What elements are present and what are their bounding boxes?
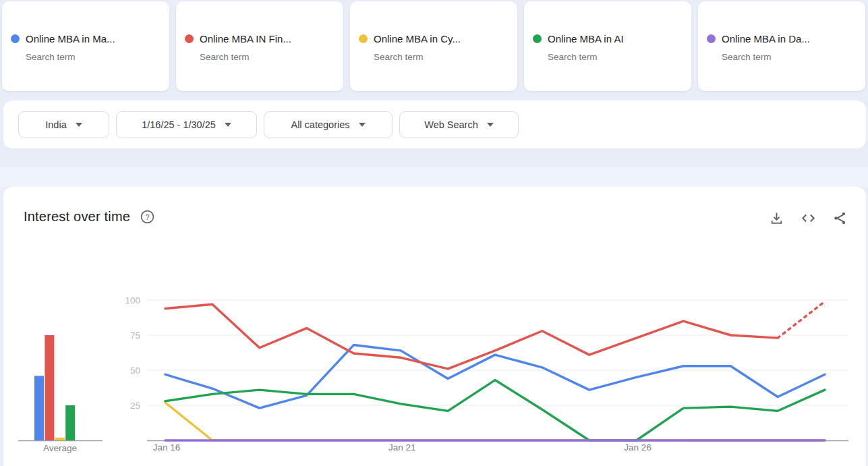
trend-line-partial-data bbox=[778, 301, 825, 338]
chevron-down-icon bbox=[359, 123, 366, 127]
x-tick-label: Jan 26 bbox=[624, 442, 652, 453]
average-bar bbox=[65, 405, 75, 440]
comparison-card[interactable]: Online MBA in Da... Search term bbox=[698, 1, 865, 91]
x-tick-label: Jan 16 bbox=[153, 442, 181, 453]
chevron-down-icon bbox=[487, 123, 494, 127]
time-range-filter-label: 1/16/25 - 1/30/25 bbox=[142, 119, 216, 130]
average-bar bbox=[45, 335, 54, 440]
average-bar bbox=[55, 438, 65, 440]
y-tick-label: 75 bbox=[130, 330, 140, 341]
trend-line bbox=[165, 304, 778, 369]
card-subtitle: Search term bbox=[200, 52, 250, 62]
card-title: Online MBA in Cy... bbox=[374, 33, 461, 45]
filter-bar: India 1/16/25 - 1/30/25 All categories W… bbox=[3, 100, 866, 148]
trend-line bbox=[165, 403, 825, 440]
card-title: Online MBA in AI bbox=[548, 33, 624, 45]
share-icon[interactable] bbox=[833, 211, 847, 225]
section-divider-band bbox=[0, 167, 868, 187]
comparison-card[interactable]: Online MBA in Cy... Search term bbox=[350, 1, 517, 91]
chevron-down-icon bbox=[76, 123, 82, 127]
card-subtitle: Search term bbox=[722, 52, 772, 62]
time-range-filter[interactable]: 1/16/25 - 1/30/25 bbox=[116, 111, 257, 138]
card-subtitle: Search term bbox=[548, 52, 598, 62]
interest-over-time-chart[interactable]: 255075100Jan 16Jan 21Jan 26Average bbox=[0, 283, 868, 466]
series-color-dot bbox=[359, 34, 368, 43]
average-label: Average bbox=[43, 443, 77, 453]
comparison-card[interactable]: Online MBA in AI Search term bbox=[524, 1, 691, 91]
series-color-dot bbox=[533, 34, 542, 43]
card-subtitle: Search term bbox=[26, 52, 76, 62]
trend-line bbox=[165, 345, 825, 409]
series-color-dot bbox=[11, 34, 20, 43]
region-filter-label: India bbox=[45, 119, 66, 130]
y-tick-label: 50 bbox=[130, 366, 140, 376]
search-type-filter-label: Web Search bbox=[424, 119, 478, 130]
series-color-dot bbox=[707, 34, 716, 43]
card-title: Online MBA in Da... bbox=[722, 33, 810, 45]
region-filter[interactable]: India bbox=[18, 111, 109, 138]
card-title: Online MBA in Ma... bbox=[26, 33, 115, 45]
help-icon[interactable]: ? bbox=[140, 209, 155, 225]
card-title: Online MBA IN Fin... bbox=[200, 33, 291, 45]
search-type-filter[interactable]: Web Search bbox=[399, 111, 519, 138]
download-icon[interactable] bbox=[770, 211, 784, 225]
category-filter-label: All categories bbox=[291, 119, 349, 130]
trend-line bbox=[165, 380, 825, 440]
average-bar bbox=[34, 376, 44, 440]
series-color-dot bbox=[185, 34, 194, 43]
card-subtitle: Search term bbox=[374, 52, 424, 62]
comparison-card[interactable]: Online MBA IN Fin... Search term bbox=[176, 1, 343, 91]
comparison-card[interactable]: Online MBA in Ma... Search term bbox=[2, 1, 169, 91]
svg-text:?: ? bbox=[146, 213, 150, 221]
embed-icon[interactable] bbox=[801, 211, 815, 225]
section-title: Interest over time bbox=[24, 209, 130, 225]
category-filter[interactable]: All categories bbox=[264, 111, 393, 138]
chevron-down-icon bbox=[225, 123, 231, 127]
y-tick-label: 100 bbox=[125, 295, 140, 305]
x-tick-label: Jan 21 bbox=[388, 442, 416, 453]
y-tick-label: 25 bbox=[130, 401, 140, 411]
google-trends-compare-page: { "page": {"background": "#e9edf7"}, "co… bbox=[0, 0, 868, 466]
